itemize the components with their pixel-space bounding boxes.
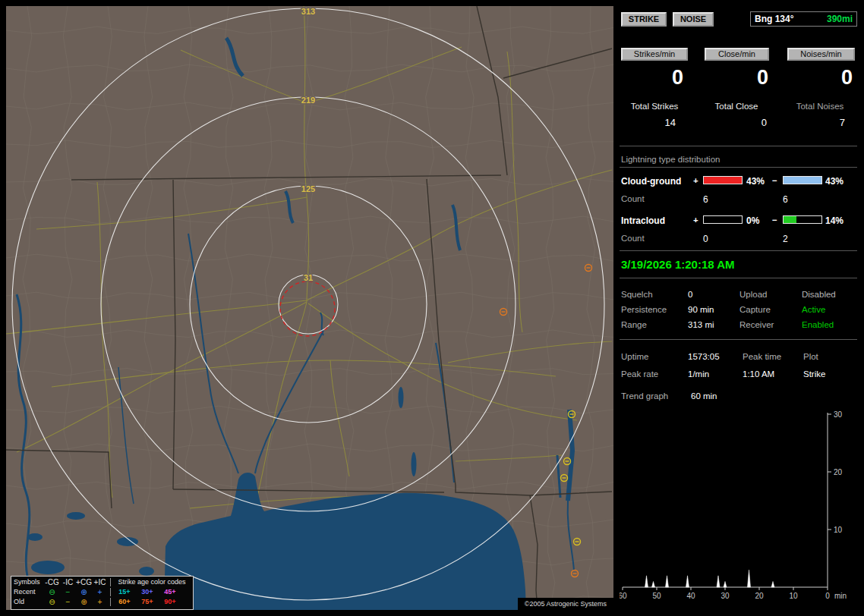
noises-per-min-value: 0 — [787, 67, 853, 88]
range-label: Range — [621, 320, 647, 329]
plus-sign: + — [693, 176, 698, 185]
squelch-label: Squelch — [621, 290, 653, 299]
legend-age-code: 75+ — [136, 599, 159, 605]
map-canvas[interactable]: 313 219 125 31 — [6, 6, 613, 610]
legend-symbol-circle-plus: ⊕ — [76, 599, 92, 606]
legend-row-label: Old — [14, 599, 44, 605]
trend-y-tick-label: 30 — [834, 410, 843, 419]
noise-mode-button[interactable]: NOISE — [673, 12, 714, 27]
trend-x-tick-label: 0 — [825, 592, 830, 600]
intracloud-pos-count: 0 — [703, 234, 708, 244]
trend-header: Trend graph 60 min — [620, 391, 857, 404]
trend-spike — [748, 570, 751, 587]
capture-label: Capture — [739, 305, 771, 314]
trend-x-tick-label: 60 — [620, 592, 627, 600]
count-label: Count — [621, 234, 645, 243]
legend-divider — [110, 578, 111, 586]
strikes-per-min-header[interactable]: Strikes/min — [621, 48, 688, 61]
total-noises-label: Total Noises — [785, 102, 855, 111]
trend-y-tick-label: 20 — [834, 468, 843, 476]
legend-row-label: Recent — [14, 589, 44, 596]
peak-rate-label: Peak rate — [621, 369, 658, 379]
receiver-status: Enabled — [802, 320, 834, 329]
range-value: 313 mi — [688, 320, 714, 329]
legend-symbol-circle-minus: ⊖ — [44, 599, 60, 606]
divider — [620, 146, 857, 146]
datetime-display: 3/19/2026 1:20:18 AM — [621, 258, 735, 271]
trend-x-tick-label: 20 — [755, 592, 764, 600]
minus-sign: − — [772, 176, 777, 185]
trend-window-value: 60 min — [691, 391, 717, 401]
peak-rate-value: 1/min — [688, 369, 709, 379]
legend-symbol-minus: − — [60, 599, 76, 606]
divider — [620, 278, 857, 278]
trend-spike — [771, 581, 774, 587]
cloud-ground-neg-pct: 43% — [825, 176, 844, 187]
cloud-ground-label: Cloud-ground — [621, 176, 681, 187]
bearing-readout: Bng 134° 390mi — [750, 11, 857, 27]
strike-mode-button[interactable]: STRIKE — [621, 12, 667, 27]
persistence-label: Persistence — [621, 305, 667, 314]
trend-graph-label: Trend graph — [621, 391, 668, 401]
total-close-label: Total Close — [702, 102, 771, 111]
app-window: 313 219 125 31 Symbols-CG-IC+CG+ICStrike… — [0, 0, 864, 616]
close-per-min-value: 0 — [705, 67, 768, 88]
trend-y-tick-label: 10 — [834, 526, 843, 534]
receiver-label: Receiver — [739, 320, 774, 329]
legend-age-code: 60+ — [113, 599, 136, 605]
trend-x-unit-label: min — [834, 592, 847, 600]
ring-label-125: 125 — [301, 184, 315, 193]
upload-label: Upload — [739, 290, 767, 299]
divider — [620, 250, 857, 251]
uptime-label: Uptime — [621, 352, 648, 361]
total-noises-value: 7 — [787, 117, 845, 128]
intracloud-count-row: Count 0 2 — [620, 234, 857, 246]
intracloud-label: Intracloud — [621, 215, 665, 226]
total-strikes-label: Total Strikes — [620, 102, 689, 111]
cloud-ground-neg-count: 6 — [783, 194, 788, 205]
total-close-value: 0 — [705, 117, 767, 128]
trend-x-tick-label: 40 — [686, 592, 695, 600]
count-label: Count — [621, 194, 645, 203]
copyright-text: ©2005 Astrogenic Systems — [518, 598, 613, 610]
trend-x-tick-label: 10 — [789, 592, 798, 600]
cloud-ground-pos-pct: 43% — [746, 176, 765, 187]
intracloud-pos-bar — [703, 215, 743, 224]
plot-label: Plot — [803, 352, 818, 361]
legend-symbol-circle-plus: ⊕ — [76, 589, 92, 596]
trend-spike — [645, 576, 648, 587]
legend-symbols-header: Symbols — [14, 579, 44, 586]
session-row: Uptime 1573:05 Peak time Plot — [620, 352, 857, 364]
trend-chart: 1020306050403020100min — [620, 405, 855, 607]
bearing-distance: 390mi — [827, 14, 853, 24]
legend-symbol-plus: + — [92, 589, 108, 596]
cloud-ground-pos-bar — [703, 176, 743, 184]
intracloud-neg-pct: 14% — [825, 215, 844, 226]
noises-per-min-header[interactable]: Noises/min — [787, 48, 855, 61]
legend-type-header: -CG — [44, 579, 60, 586]
trend-spike — [724, 581, 727, 587]
plot-value: Strike — [803, 369, 825, 379]
minus-sign: − — [772, 215, 777, 225]
trend-spike — [717, 576, 720, 587]
legend-symbol-minus: − — [60, 589, 76, 596]
uptime-value: 1573:05 — [688, 352, 720, 361]
distribution-title: Lightning type distribution — [621, 155, 720, 164]
capture-status: Active — [802, 305, 825, 314]
legend-symbol-circle-minus: ⊖ — [44, 589, 60, 596]
legend-divider — [110, 598, 111, 606]
trend-x-tick-label: 30 — [721, 592, 730, 600]
ring-label-219: 219 — [301, 96, 315, 105]
bearing-value: Bng 134° — [755, 14, 793, 24]
cloud-ground-pos-count: 6 — [703, 194, 708, 205]
strikes-per-min-value: 0 — [621, 67, 683, 88]
map-legend: Symbols-CG-IC+CG+ICStrike age color code… — [11, 576, 194, 610]
radar-map[interactable]: 313 219 125 31 Symbols-CG-IC+CG+ICStrike… — [6, 6, 613, 610]
legend-type-header: +CG — [76, 579, 92, 586]
legend-type-header: +IC — [92, 579, 108, 586]
plus-sign: + — [693, 215, 698, 225]
close-per-min-header[interactable]: Close/min — [705, 48, 769, 61]
trend-x-tick-label: 50 — [652, 592, 661, 600]
trend-spike — [666, 576, 669, 587]
cloud-ground-count-row: Count 6 6 — [620, 194, 857, 206]
